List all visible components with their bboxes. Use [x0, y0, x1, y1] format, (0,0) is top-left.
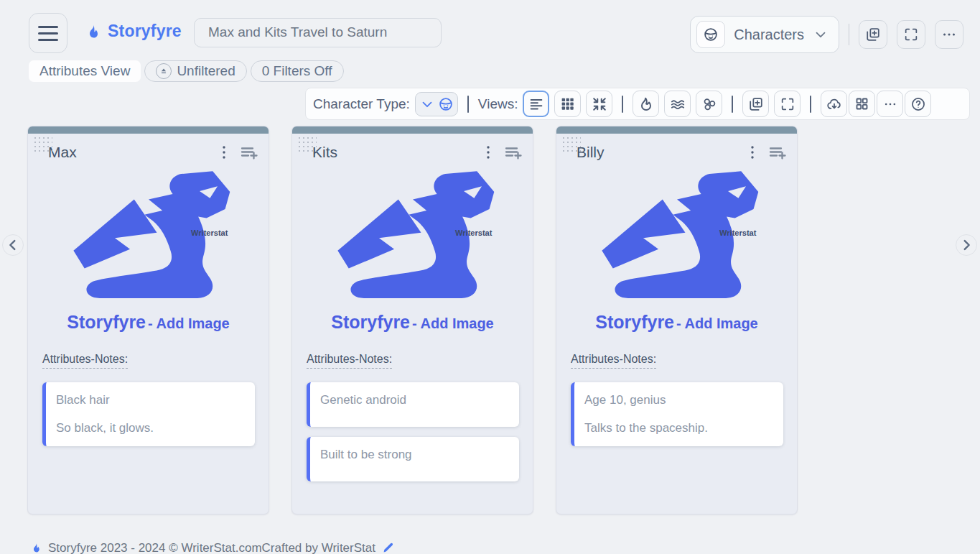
filters-count-pill[interactable]: 0 Filters Off: [251, 60, 344, 82]
dragon-wing: [73, 200, 157, 269]
chevron-left-icon: [10, 241, 14, 249]
watermark: Writerstat: [455, 228, 493, 237]
view-compact-button[interactable]: [586, 91, 612, 117]
duplicate-board-button[interactable]: [859, 20, 887, 49]
waves-button[interactable]: [664, 91, 691, 117]
card-menu-button[interactable]: [218, 145, 230, 160]
view-toolbar: Character Type: Views:: [305, 88, 970, 120]
note-card[interactable]: Age 10, genius Talks to the spaceship.: [571, 382, 783, 446]
divider: [849, 24, 849, 45]
add-note-button[interactable]: [504, 144, 523, 161]
character-image-placeholder[interactable]: Writerstat Storyfyre - Add Image: [28, 164, 269, 333]
fullscreen-button[interactable]: [897, 20, 925, 49]
view-list-button[interactable]: [523, 91, 549, 117]
cluster-button[interactable]: [696, 91, 722, 117]
filter-status-pill[interactable]: Unfiltered: [144, 60, 246, 82]
flame-icon: [85, 22, 102, 41]
drag-handle[interactable]: [561, 136, 581, 153]
flame-icon: [30, 541, 42, 554]
character-type-label: Character Type:: [313, 96, 410, 112]
character-image-placeholder[interactable]: Writerstat Storyfyre - Add Image: [292, 164, 533, 333]
character-face-icon: [438, 96, 454, 112]
dragon-wing: [337, 200, 421, 269]
add-image-caption[interactable]: Storyfyre - Add Image: [595, 312, 757, 333]
character-name: Billy: [577, 144, 747, 161]
cloud-download-button[interactable]: [821, 91, 847, 117]
divider: [622, 96, 623, 113]
footer-copyright-link[interactable]: Storyfyre 2023 - 2024 © WriterStat.com: [30, 541, 262, 554]
menu-button[interactable]: [29, 13, 67, 53]
attributes-notes-label[interactable]: Attributes-Notes:: [42, 353, 128, 369]
flame-view-button[interactable]: [633, 91, 659, 117]
duplicate-button[interactable]: [742, 91, 769, 117]
watermark: Writerstat: [191, 228, 228, 237]
chevron-right-icon: [965, 241, 969, 249]
drag-handle[interactable]: [297, 136, 317, 153]
story-title-input[interactable]: Max and Kits Travel to Saturn: [194, 18, 442, 47]
hamburger-icon: [38, 26, 58, 28]
character-card-max: Max Writerstat Storyfyre: [27, 126, 269, 514]
footer: Storyfyre 2023 - 2024 © WriterStat.com C…: [0, 541, 415, 554]
character-cards-row: Max Writerstat Storyfyre: [27, 126, 798, 514]
add-image-caption[interactable]: Storyfyre - Add Image: [67, 312, 229, 333]
help-button[interactable]: [905, 91, 931, 117]
divider: [810, 96, 811, 113]
character-image-placeholder[interactable]: Writerstat Storyfyre - Add Image: [556, 164, 797, 333]
note-card[interactable]: Built to be strong: [307, 437, 519, 481]
character-card-kits: Kits Writerstat Storyfyre: [291, 126, 533, 514]
character-type-select[interactable]: [415, 92, 458, 116]
next-page-button[interactable]: [956, 234, 977, 256]
pencil-icon: [381, 541, 395, 554]
card-menu-button[interactable]: [747, 145, 758, 160]
card-color-bar: [28, 126, 269, 134]
attributes-notes-label[interactable]: Attributes-Notes:: [307, 353, 392, 369]
watermark: Writerstat: [719, 228, 757, 237]
footer-credit-link[interactable]: Crafted by WriterStat: [262, 541, 395, 554]
add-note-button[interactable]: [768, 144, 787, 161]
card-color-bar: [556, 126, 797, 134]
chevron-down-icon: [813, 27, 829, 42]
card-color-bar: [292, 126, 533, 134]
add-image-caption[interactable]: Storyfyre - Add Image: [331, 312, 493, 333]
character-card-billy: Billy Writerstat Storyfyre: [556, 126, 798, 514]
previous-page-button[interactable]: [2, 234, 24, 256]
card-menu-button[interactable]: [482, 145, 494, 160]
app-logo[interactable]: Storyfyre: [85, 22, 182, 41]
character-name: Kits: [312, 144, 482, 161]
more-tools-button[interactable]: [877, 91, 903, 117]
grid-menu-button[interactable]: [849, 91, 875, 117]
note-card[interactable]: Genetic android: [307, 382, 519, 427]
views-label: Views:: [478, 96, 518, 112]
more-options-button[interactable]: [935, 20, 963, 49]
filter-icon: [156, 63, 172, 79]
note-card[interactable]: Black hair So black, it glows.: [42, 382, 255, 446]
view-grid-button[interactable]: [554, 91, 581, 117]
app-name: Storyfyre: [108, 22, 182, 41]
attributes-notes-label[interactable]: Attributes-Notes:: [571, 353, 656, 369]
view-mode-pill[interactable]: Attributes View: [29, 60, 141, 82]
entity-type-dropdown[interactable]: Characters: [690, 16, 839, 53]
dragon-wing: [602, 200, 685, 269]
drag-handle[interactable]: [33, 136, 52, 153]
entity-type-label: Characters: [734, 27, 804, 43]
divider: [732, 96, 733, 113]
character-name: Max: [48, 144, 218, 161]
fullscreen-view-button[interactable]: [774, 91, 801, 117]
add-note-button[interactable]: [240, 144, 258, 161]
divider: [467, 96, 469, 113]
character-face-icon: [696, 21, 725, 48]
